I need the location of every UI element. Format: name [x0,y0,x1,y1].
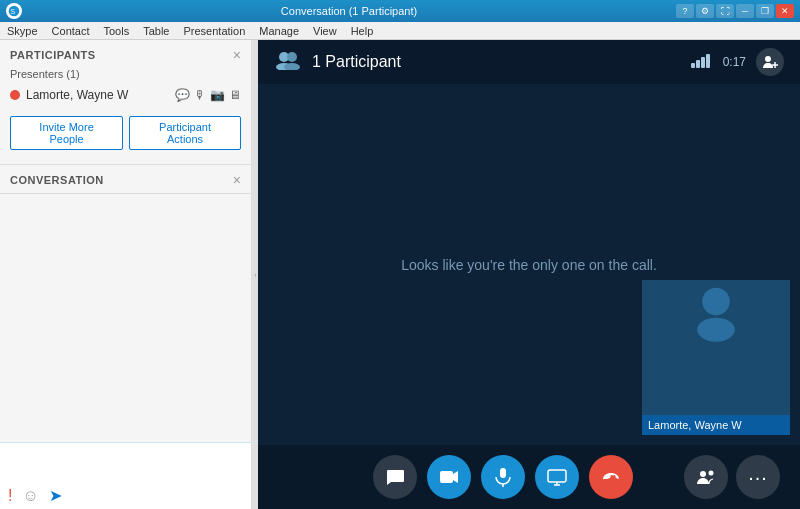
menu-tools[interactable]: Tools [101,25,133,37]
svg-rect-15 [440,471,453,483]
video-header: 1 Participant 0:17 [258,40,800,84]
svg-point-14 [697,318,735,342]
participant-icons: 💬 🎙 📷 🖥 [175,88,241,102]
participant-actions-button[interactable]: Participant Actions [129,116,241,150]
participant-count-title: 1 Participant [312,53,401,71]
more-options-button[interactable]: ··· [736,455,780,499]
app-icon: S [6,3,22,19]
menu-manage[interactable]: Manage [256,25,302,37]
svg-rect-7 [696,60,700,68]
self-avatar [686,280,746,340]
menu-help[interactable]: Help [348,25,377,37]
alone-message: Looks like you're the only one on the ca… [401,257,657,273]
svg-rect-18 [548,470,566,482]
conversation-header: CONVERSATION × [0,165,251,194]
menu-contact[interactable]: Contact [49,25,93,37]
action-buttons: Invite More People Participant Actions [0,106,251,164]
restore-btn[interactable]: ❐ [756,4,774,18]
conversation-input-area [0,442,251,482]
video-header-left: 1 Participant [274,50,401,75]
video-header-right: 0:17 [691,48,784,76]
video-main-area: Looks like you're the only one on the ca… [258,84,800,445]
invite-more-button[interactable]: Invite More People [10,116,123,150]
help-btn[interactable]: ? [676,4,694,18]
controls-center [373,455,633,499]
participant-status-dot [10,90,20,100]
conversation-messages [0,194,251,442]
self-preview-name: Lamorte, Wayne W [642,415,790,435]
svg-point-3 [287,52,297,62]
svg-point-22 [700,471,706,477]
participant-video-icon: 📷 [210,88,225,102]
menu-skype[interactable]: Skype [4,25,41,37]
people-button[interactable] [684,455,728,499]
participants-title: PARTICIPANTS [10,49,96,61]
main-layout: PARTICIPANTS × Presenters (1) Lamorte, W… [0,40,800,509]
left-panel: PARTICIPANTS × Presenters (1) Lamorte, W… [0,40,252,509]
participant-mic-icon: 🎙 [194,88,206,102]
svg-rect-8 [701,57,705,68]
minimize-btn[interactable]: ─ [736,4,754,18]
presenters-label: Presenters (1) [0,68,251,84]
conversation-toolbar: ! ☺ ➤ [0,482,251,509]
svg-rect-6 [691,63,695,68]
svg-rect-9 [706,54,710,68]
screen-share-button[interactable] [535,455,579,499]
titlebar: S Conversation (1 Participant) ? ⚙ ⛶ ─ ❐… [0,0,800,22]
end-call-button[interactable] [589,455,633,499]
video-control-button[interactable] [427,455,471,499]
signal-icon [691,54,713,71]
conversation-section: CONVERSATION × ! ☺ ➤ [0,165,251,509]
menu-presentation[interactable]: Presentation [180,25,248,37]
participants-section: PARTICIPANTS × Presenters (1) Lamorte, W… [0,40,251,165]
menu-view[interactable]: View [310,25,340,37]
participants-group-icon [274,50,302,75]
svg-point-10 [765,56,771,62]
call-controls: ··· [258,445,800,509]
menubar: Skype Contact Tools Table Presentation M… [0,22,800,40]
settings-btn[interactable]: ⚙ [696,4,714,18]
svg-point-23 [709,471,714,476]
emoji-icon[interactable]: ☺ [22,487,38,505]
add-participant-button[interactable] [756,48,784,76]
participant-name: Lamorte, Wayne W [26,88,169,102]
window-controls: ? ⚙ ⛶ ─ ❐ ✕ [676,4,794,18]
svg-rect-16 [500,468,506,478]
conversation-title: CONVERSATION [10,174,104,186]
send-icon[interactable]: ➤ [49,486,62,505]
window-title: Conversation (1 Participant) [22,5,676,17]
participants-close-btn[interactable]: × [233,48,241,62]
close-btn[interactable]: ✕ [776,4,794,18]
mic-control-button[interactable] [481,455,525,499]
fullscreen-btn[interactable]: ⛶ [716,4,734,18]
chat-control-button[interactable] [373,455,417,499]
menu-table[interactable]: Table [140,25,172,37]
conversation-input[interactable] [8,449,243,469]
participant-row: Lamorte, Wayne W 💬 🎙 📷 🖥 [0,84,251,106]
participant-chat-icon: 💬 [175,88,190,102]
self-preview: Lamorte, Wayne W [642,280,790,435]
participant-screen-icon: 🖥 [229,88,241,102]
svg-text:S: S [10,7,15,16]
svg-point-13 [702,288,729,315]
participants-header: PARTICIPANTS × [0,40,251,68]
controls-right: ··· [684,455,780,499]
conversation-close-btn[interactable]: × [233,173,241,187]
alert-icon[interactable]: ! [8,487,12,505]
video-panel: 1 Participant 0:17 [258,40,800,509]
call-timer: 0:17 [723,55,746,69]
